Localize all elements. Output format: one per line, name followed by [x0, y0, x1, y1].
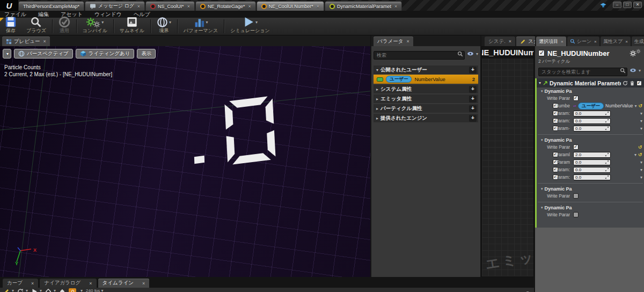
expand-input-icon[interactable]	[605, 167, 609, 172]
close-icon[interactable]	[394, 4, 397, 9]
close-icon[interactable]	[187, 4, 190, 9]
dropdown-arrow-icon[interactable]: ▾	[640, 119, 642, 123]
close-icon[interactable]	[625, 39, 628, 44]
tab-message-log[interactable]: メッセージ ログ	[85, 1, 145, 11]
number-input[interactable]: 0.0	[573, 174, 611, 180]
write-param-checkbox[interactable]	[573, 193, 579, 199]
emitter-enabled-checkbox[interactable]	[538, 50, 545, 56]
section-particle-attributes[interactable]: ▸ パーティクル属性 +	[374, 104, 478, 113]
thumbnail-button[interactable]: サムネイル	[115, 18, 149, 35]
close-button[interactable]: ✕	[633, 2, 642, 8]
tab-system-overview[interactable]: システ.	[485, 36, 515, 46]
add-parameter-button[interactable]: +	[469, 115, 477, 122]
number-input[interactable]: 0.0	[573, 111, 611, 116]
add-parameter-button[interactable]: +	[469, 105, 477, 112]
dropdown-arrow-icon[interactable]: ▾	[640, 175, 642, 180]
tab-thirdpersonexamplemap[interactable]: ThirdPersonExampleMap*	[18, 1, 84, 11]
loop-mode-button[interactable]: ▾	[17, 288, 28, 292]
section-published-users[interactable]: ▾ 公開されたユーザー +	[374, 65, 478, 74]
reset-to-default-icon[interactable]: ↺	[638, 152, 642, 157]
close-icon[interactable]	[43, 39, 46, 44]
simulation-button[interactable]: ▾ シミュレーション	[225, 18, 274, 35]
number-input[interactable]: 0.0	[573, 159, 611, 165]
tab-dynamicmaterialparam[interactable]: DynamicMaterialParamet	[325, 1, 402, 11]
snap-options-button[interactable]	[59, 288, 65, 292]
section-emitter-attributes[interactable]: ▸ エミッタ属性 +	[374, 94, 478, 103]
module-enabled-checkbox[interactable]	[636, 81, 642, 86]
expand-input-icon[interactable]	[605, 160, 609, 164]
tab-ne-coolui-number[interactable]: NE_CoolUI.Number*	[257, 1, 324, 11]
close-icon[interactable]	[406, 39, 409, 44]
play-options-button[interactable]: ▾	[31, 288, 42, 292]
tab-parameters[interactable]: パラメータ	[374, 36, 413, 46]
tab-curves[interactable]: カーブ	[3, 279, 38, 288]
dropdown-arrow-icon[interactable]: ▾	[640, 160, 642, 165]
tab-niagara-log[interactable]: ナイアガラログ	[40, 279, 96, 288]
tab-generated[interactable]: 生成され	[632, 36, 644, 46]
timeline-corner-icon[interactable]	[525, 288, 531, 292]
view-options-button[interactable]: ▾	[467, 50, 478, 57]
add-key-button[interactable]	[69, 288, 76, 292]
write-param-checkbox[interactable]	[573, 212, 579, 217]
tab-preview[interactable]: プレビュー	[2, 36, 50, 46]
refresh-icon[interactable]	[623, 81, 628, 86]
compile-button[interactable]: ▾ コンパイル	[78, 18, 112, 35]
close-icon[interactable]	[31, 281, 34, 286]
tutorial-hat-icon[interactable]	[600, 2, 606, 8]
dropdown-arrow-icon[interactable]: ▾	[640, 126, 642, 131]
dropdown-arrow-icon[interactable]: ▾	[634, 152, 636, 157]
dropdown-arrow-icon[interactable]: ▾	[634, 104, 636, 108]
maximize-button[interactable]: □	[623, 2, 632, 8]
bounds-button[interactable]: ▾ 境界	[152, 18, 176, 35]
stack-view-options-button[interactable]: ▾	[630, 67, 641, 74]
reset-to-default-icon[interactable]: ↺	[638, 144, 642, 150]
expand-input-icon[interactable]	[605, 111, 609, 115]
minimize-button[interactable]: –	[613, 2, 621, 8]
search-input[interactable]	[374, 51, 465, 60]
close-icon[interactable]	[594, 39, 597, 44]
close-icon[interactable]	[561, 39, 564, 44]
dropdown-arrow-icon[interactable]: ▾	[640, 111, 642, 116]
add-parameter-button[interactable]: +	[469, 86, 477, 93]
fps-selector[interactable]: 240 fps ▾	[86, 288, 104, 292]
add-parameter-button[interactable]: +	[469, 96, 477, 103]
expand-input-icon[interactable]	[605, 126, 609, 130]
delete-module-icon[interactable]	[630, 81, 635, 86]
module-dynamic-material-parameters[interactable]: ▾ Dynamic Material Parameters	[537, 78, 644, 87]
close-icon[interactable]	[137, 4, 140, 9]
close-icon[interactable]	[509, 39, 511, 44]
write-param-checkbox[interactable]	[573, 144, 579, 150]
tab-ns-coolui[interactable]: NS_CoolUI*	[145, 1, 195, 11]
apply-button[interactable]: 適用	[54, 18, 75, 35]
chevron-down-icon[interactable]: ▾	[206, 20, 208, 25]
emitter-node-title[interactable]: NE_HUDUINumber	[481, 47, 534, 59]
keyframe-options-button[interactable]: ▾	[45, 288, 56, 292]
add-parameter-button[interactable]: +	[469, 67, 477, 74]
tab-attribute-spreadsheet[interactable]: 属性スプ	[601, 36, 631, 46]
expand-input-icon[interactable]	[605, 175, 609, 179]
perspective-button[interactable]: パースペクティブ	[14, 49, 73, 59]
show-button[interactable]: 表示	[137, 49, 156, 59]
parameter-row-numbervalue-selected[interactable]: ユーザー NumberValue 2	[374, 75, 478, 84]
tab-selection[interactable]: 選択項目	[536, 36, 566, 46]
tab-scene[interactable]: シーン	[567, 36, 599, 46]
chevron-down-icon[interactable]: ▾	[101, 20, 104, 25]
dropdown-arrow-icon[interactable]: ▾	[640, 167, 642, 172]
chevron-down-icon[interactable]: ▾	[255, 20, 258, 25]
stack-search-input[interactable]	[538, 68, 627, 76]
curve-tool-button[interactable]: ▾	[3, 288, 14, 292]
expand-input-icon[interactable]	[605, 119, 609, 123]
number-input[interactable]: 0.0	[573, 126, 611, 132]
number-input[interactable]: 0.0	[573, 167, 611, 173]
property-group[interactable]: ▾ Dynamic Pa	[537, 185, 644, 192]
browse-button[interactable]: ブラウズ	[21, 18, 51, 35]
close-icon[interactable]	[142, 281, 145, 286]
close-icon[interactable]	[317, 4, 319, 9]
property-group[interactable]: ▾ Dynamic Pa	[537, 87, 644, 94]
number-input[interactable]: 0.0	[573, 118, 611, 124]
node-graph-canvas[interactable]: NE_HUDUINumber エミッ	[481, 46, 534, 277]
property-group[interactable]: ▾ Dynamic Pa	[537, 204, 644, 211]
lit-mode-button[interactable]: ライティングあり	[76, 49, 135, 59]
chevron-down-icon[interactable]: ▾	[169, 20, 171, 25]
reset-to-default-icon[interactable]: ↺	[638, 103, 642, 108]
